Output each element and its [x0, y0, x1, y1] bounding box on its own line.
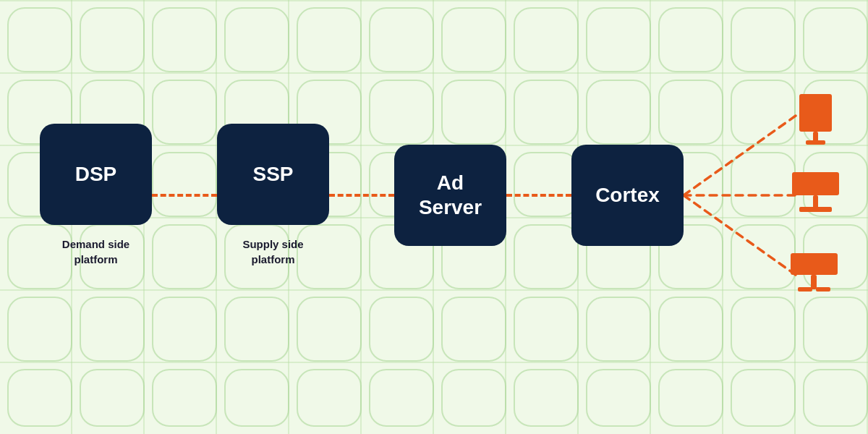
svg-rect-5 [806, 140, 825, 145]
cortex-node: Cortex [571, 145, 684, 246]
svg-rect-11 [798, 287, 812, 292]
svg-rect-4 [813, 132, 818, 142]
flow-row: DSP Demand side platform SSP Supply side… [29, 80, 839, 354]
svg-rect-12 [816, 287, 830, 292]
billboard-t-post-svg [792, 172, 839, 216]
billboard-portrait-icon [796, 94, 835, 148]
connector-dsp-ssp [152, 194, 217, 197]
fanout-section [684, 80, 828, 311]
dashed-line-2 [329, 194, 394, 197]
ssp-node: SSP [217, 124, 329, 225]
diagram-container: DSP Demand side platform SSP Supply side… [0, 0, 868, 434]
svg-rect-8 [799, 207, 832, 212]
dsp-sublabel: Demand side platform [62, 237, 129, 267]
ssp-node-wrapper: SSP Supply side platform [217, 124, 329, 267]
adserver-node: Ad Server [394, 145, 506, 246]
adserver-node-wrapper: Ad Server [394, 145, 506, 246]
dashed-line-1 [152, 194, 217, 197]
adserver-label: Ad Server [419, 171, 482, 219]
dsp-node-wrapper: DSP Demand side platform [40, 124, 152, 267]
billboard-portrait-svg [796, 94, 835, 145]
dsp-label: DSP [75, 162, 117, 187]
cortex-node-wrapper: Cortex [571, 145, 684, 246]
connector-ssp-adserver [329, 194, 394, 197]
billboard-landscape-svg [791, 253, 838, 293]
svg-rect-3 [799, 94, 832, 132]
svg-line-0 [684, 116, 796, 195]
dashed-line-3 [506, 194, 571, 197]
svg-line-2 [684, 195, 796, 275]
svg-rect-6 [792, 172, 839, 195]
connector-adserver-cortex [506, 194, 571, 197]
ssp-label: SSP [252, 162, 293, 187]
billboard-t-post-icon [792, 172, 839, 218]
cortex-label: Cortex [595, 183, 660, 208]
svg-rect-10 [811, 275, 817, 289]
svg-rect-9 [791, 253, 838, 275]
dsp-node: DSP [40, 124, 152, 225]
ssp-sublabel: Supply side platform [242, 237, 303, 267]
billboard-landscape-icon [791, 253, 838, 296]
